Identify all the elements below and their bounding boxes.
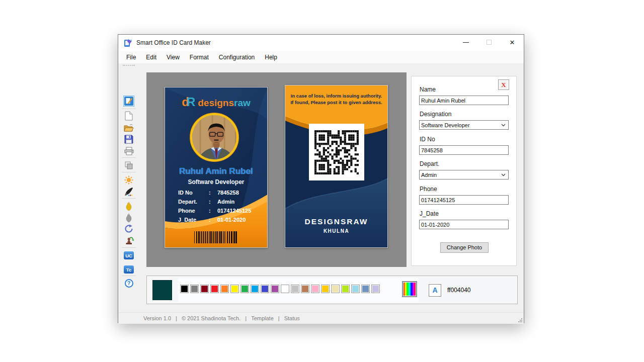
palette-swatch[interactable]: [200, 285, 209, 293]
menu-file[interactable]: File: [121, 52, 141, 63]
card-row-jdate: J_Date:01-01-2020: [178, 215, 259, 224]
window-title: Smart Office ID Card Maker: [136, 35, 211, 51]
logo-mark-r: R: [187, 95, 195, 109]
card-employee-designation: Software Developer: [165, 178, 267, 186]
employee-photo[interactable]: [190, 113, 238, 161]
depart-label: Depart.: [420, 160, 439, 167]
barcode: [194, 231, 237, 243]
menu-configuration[interactable]: Configuration: [214, 52, 260, 63]
menu-edit[interactable]: Edit: [141, 52, 162, 63]
palette-swatch[interactable]: [220, 285, 229, 293]
idno-input[interactable]: [419, 145, 509, 155]
designation-label: Designation: [420, 111, 451, 118]
brand-prefix: designs: [198, 98, 234, 108]
current-color-swatch: [152, 280, 172, 300]
palette-swatch[interactable]: [251, 285, 259, 293]
toolbar-separator: [122, 276, 136, 276]
palette-swatch[interactable]: [210, 285, 219, 293]
palette-swatch[interactable]: [190, 285, 199, 293]
menu-help[interactable]: Help: [260, 52, 282, 63]
depart-select[interactable]: Admin: [419, 170, 509, 179]
phone-input[interactable]: [419, 195, 509, 205]
palette-swatch[interactable]: [240, 285, 249, 293]
card-row-depart: Depart.:Admin: [178, 197, 259, 206]
palette-swatch[interactable]: [321, 285, 330, 293]
panel-close-button[interactable]: X: [498, 79, 509, 90]
brand-suffix: raw: [234, 98, 251, 108]
title-bar: Smart Office ID Card Maker — ✕: [118, 35, 524, 51]
palette-swatch[interactable]: [331, 285, 340, 293]
open-folder-icon[interactable]: [124, 123, 134, 133]
status-template: Template: [251, 315, 274, 321]
palette-swatch[interactable]: [361, 285, 370, 293]
jdate-label: J_Date: [420, 210, 439, 217]
id-card-back[interactable]: In case of loss, inform issuing authorit…: [285, 85, 388, 248]
tc-badge-icon[interactable]: Tc: [124, 264, 134, 275]
close-button[interactable]: ✕: [501, 35, 524, 50]
menu-format[interactable]: Format: [185, 52, 214, 63]
tc-badge-label: Tc: [124, 265, 134, 274]
toolbar-separator: [122, 247, 136, 248]
toolbar-grip: [123, 65, 135, 66]
loss-notice-line2: If found, Please post it to given addres…: [285, 99, 387, 106]
desktop: Smart Office ID Card Maker — ✕ File Edit…: [0, 0, 644, 362]
flame-gold-icon[interactable]: [124, 201, 134, 211]
alpha-color-button[interactable]: A: [429, 284, 441, 297]
name-label: Name: [420, 86, 436, 93]
palette-swatch[interactable]: [281, 285, 289, 293]
maximize-button[interactable]: [477, 35, 501, 50]
paint-brush-icon[interactable]: [124, 187, 134, 197]
id-card-front[interactable]: dRdesignsraw: [165, 87, 268, 248]
qr-code: [314, 130, 359, 174]
flame-gray-icon[interactable]: [124, 213, 134, 223]
rainbow-gradient: [404, 283, 416, 296]
resize-grip[interactable]: [518, 318, 523, 323]
palette-swatch[interactable]: [291, 285, 299, 293]
edit-card-icon[interactable]: [124, 96, 134, 106]
refresh-icon[interactable]: [124, 224, 134, 234]
status-separator: |: [176, 315, 177, 321]
qr-code-box: [309, 124, 364, 180]
maximize-icon: [487, 40, 492, 45]
status-bar: Version 1.0 | © 2021 Shadinota Tech. | T…: [118, 312, 524, 324]
print-icon[interactable]: [124, 146, 134, 156]
loss-notice-line1: In case of loss, inform issuing authorit…: [285, 93, 387, 99]
copy-icon[interactable]: [124, 160, 134, 170]
menu-bar: File Edit View Format Configuration Help: [118, 51, 524, 63]
phone-label: Phone: [420, 186, 437, 193]
palette-swatch[interactable]: [311, 285, 319, 293]
palette-swatch[interactable]: [271, 285, 279, 293]
minimize-button[interactable]: —: [454, 35, 477, 50]
status-copyright: © 2021 Shadinota Tech.: [182, 315, 240, 321]
jdate-input[interactable]: [419, 220, 509, 229]
palette-swatch[interactable]: [351, 285, 360, 293]
designation-select[interactable]: Software Developer: [419, 120, 509, 130]
stamp-approve-icon[interactable]: [124, 236, 134, 246]
palette-swatch[interactable]: [301, 285, 309, 293]
card-row-phone: Phone:01741245125: [178, 206, 259, 215]
palette-swatch[interactable]: [341, 285, 350, 293]
design-canvas: dRdesignsraw: [146, 72, 407, 267]
name-input[interactable]: [419, 96, 509, 105]
menu-view[interactable]: View: [162, 52, 185, 63]
palette-swatch[interactable]: [180, 285, 189, 293]
color-picker-swatch[interactable]: [402, 281, 417, 297]
color-palette-bar: A ff004040: [146, 276, 518, 304]
uc-badge-icon[interactable]: UC: [124, 250, 134, 260]
help-glyph: ?: [125, 279, 133, 288]
sun-icon[interactable]: [124, 175, 134, 185]
palette-swatch[interactable]: [371, 285, 380, 293]
palette-swatch[interactable]: [230, 285, 239, 293]
status-separator: |: [278, 315, 280, 321]
toolbar-separator: [122, 198, 136, 199]
chevron-down-icon: [501, 124, 506, 127]
new-document-icon[interactable]: [124, 111, 134, 121]
properties-panel: X Name Designation Software Developer ID…: [411, 76, 517, 266]
save-icon[interactable]: [124, 134, 134, 144]
help-icon[interactable]: ?: [124, 278, 134, 288]
palette-swatch[interactable]: [261, 285, 269, 293]
change-photo-button[interactable]: Change Photo: [440, 242, 489, 253]
app-icon: [124, 39, 132, 47]
current-color-hex: ff004040: [447, 287, 471, 294]
card-back-city: KHULNA: [285, 228, 387, 234]
